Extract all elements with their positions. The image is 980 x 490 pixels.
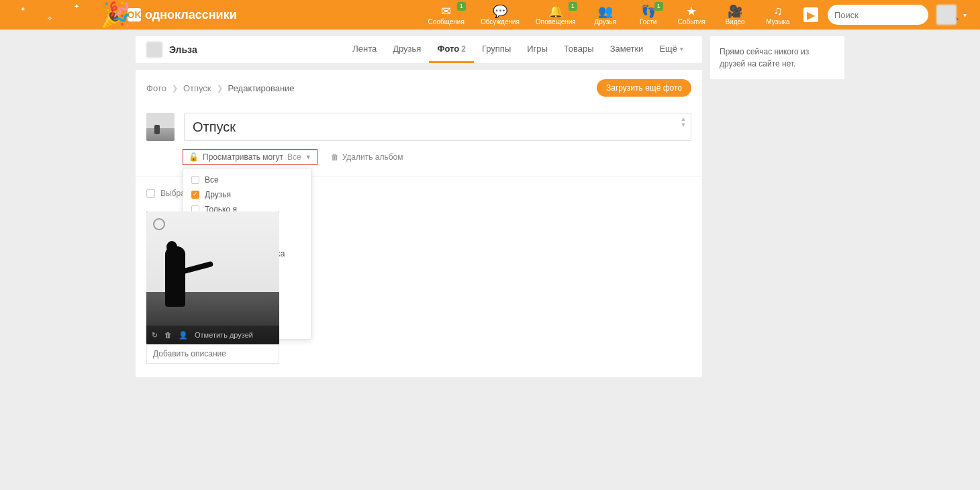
nav-events[interactable]: ★ События — [673, 2, 711, 28]
crumb-album[interactable]: Отпуск — [183, 83, 211, 93]
privacy-label: Просматривать могут — [203, 152, 283, 162]
breadcrumb: Фото ❯ Отпуск ❯ Редактирование Загрузить… — [136, 70, 702, 106]
chevron-right-icon: ❯ — [172, 84, 178, 93]
chevron-right-icon: ❯ — [217, 84, 223, 93]
privacy-row: 🔓 Просматривать могут Все ▼ 🗑 Удалить ал… — [183, 149, 571, 165]
star-icon: ★ — [686, 5, 697, 18]
album-edit-row: ▲▼ — [136, 106, 702, 141]
select-all-checkbox[interactable] — [146, 189, 155, 198]
brand-text: одноклассники — [145, 8, 237, 22]
photo-image[interactable]: ↻ 🗑 👤 Отметить друзей — [146, 211, 279, 344]
privacy-option-friends[interactable]: Друзья — [183, 187, 311, 202]
profile-tabs: Лента Друзья Фото2 Группы Игры Товары За… — [344, 36, 691, 63]
content-card: Фото ❯ Отпуск ❯ Редактирование Загрузить… — [136, 70, 702, 377]
crumb-edit: Редактирование — [228, 83, 295, 93]
ok-logo-icon: OK — [128, 8, 141, 21]
envelope-icon: ✉ — [441, 5, 451, 18]
logo[interactable]: OK одноклассники — [128, 8, 237, 22]
delete-photo-icon[interactable]: 🗑 — [164, 331, 172, 339]
nav-label: Музыка — [766, 18, 789, 26]
topbar: ✦ ✧ ✦ ✦ ✧ ✦ 🎉 OK одноклассники ✉ 1 Сообщ… — [0, 0, 980, 30]
search-box[interactable]: 🔍 — [828, 5, 928, 25]
upload-more-button[interactable]: Загрузить ещё фото — [597, 79, 691, 97]
nav-music[interactable]: ♫ Музыка — [759, 2, 797, 28]
photo-select-circle[interactable] — [153, 218, 165, 230]
nav-friends[interactable]: 👥 Друзья — [587, 2, 624, 28]
nav-label: Сообщения — [428, 18, 464, 26]
privacy-value: Все — [287, 152, 301, 162]
tab-photos[interactable]: Фото2 — [429, 36, 474, 63]
nav-notifications[interactable]: 🔔 1 Оповещения — [530, 2, 581, 28]
photo-card: ↻ 🗑 👤 Отметить друзей — [146, 211, 279, 364]
user-avatar[interactable] — [936, 5, 957, 25]
tag-friends-icon[interactable]: 👤 — [179, 331, 188, 340]
tab-goods[interactable]: Товары — [556, 36, 602, 63]
footprints-icon: 👣 — [641, 5, 656, 18]
nav-messages[interactable]: ✉ 1 Сообщения — [423, 2, 470, 28]
delete-album-label: Удалить альбом — [342, 152, 403, 162]
sidebar-text: Прямо сейчас никого из друзей на сайте н… — [720, 47, 809, 68]
play-icon: ▶ — [807, 9, 815, 21]
nav-guests[interactable]: 👣 1 Гости — [630, 2, 667, 28]
photo-toolbar: ↻ 🗑 👤 Отметить друзей — [146, 326, 279, 344]
search-input[interactable] — [834, 10, 947, 20]
nav-label: Обсуждения — [481, 18, 520, 26]
privacy-selector[interactable]: 🔓 Просматривать могут Все ▼ — [183, 149, 317, 165]
trash-icon: 🗑 — [331, 152, 339, 162]
tag-friends-label[interactable]: Отметить друзей — [195, 331, 253, 339]
nav-discussions[interactable]: 💬 Обсуждения — [475, 2, 525, 28]
nav-label: Оповещения — [536, 18, 576, 26]
tab-notes[interactable]: Заметки — [602, 36, 652, 63]
nav-label: Друзья — [595, 18, 616, 26]
tab-groups[interactable]: Группы — [474, 36, 519, 63]
caret-down-icon: ▼ — [305, 154, 311, 160]
nav-label: Видео — [725, 18, 744, 26]
lock-icon: 🔓 — [189, 152, 199, 162]
badge: 1 — [569, 2, 577, 11]
title-spinner[interactable]: ▲▼ — [679, 116, 688, 128]
tab-feed[interactable]: Лента — [344, 36, 385, 63]
nav-label: Гости — [640, 18, 656, 26]
badge: 1 — [654, 2, 663, 11]
privacy-option-all[interactable]: Все — [183, 173, 311, 187]
album-title-input[interactable] — [184, 113, 691, 141]
top-nav: ✉ 1 Сообщения 💬 Обсуждения 🔔 1 Оповещени… — [423, 2, 797, 28]
user-menu-caret-icon[interactable]: ▾ — [963, 11, 967, 19]
photo-description-input[interactable] — [146, 344, 279, 364]
tab-more[interactable]: Ещё — [651, 36, 691, 63]
crumb-photos[interactable]: Фото — [146, 83, 166, 93]
nav-video[interactable]: 🎥 Видео — [716, 2, 754, 28]
people-icon: 👥 — [598, 5, 613, 18]
badge: 1 — [457, 2, 466, 11]
camera-icon: 🎥 — [728, 5, 742, 18]
profile-bar: Эльза Лента Друзья Фото2 Группы Игры Тов… — [136, 36, 702, 63]
play-button[interactable]: ▶ — [803, 7, 818, 22]
tab-friends[interactable]: Друзья — [385, 36, 429, 63]
party-hat-icon: 🎉 — [101, 1, 131, 29]
album-thumbnail — [146, 113, 175, 141]
profile-name[interactable]: Эльза — [169, 44, 197, 55]
profile-avatar[interactable] — [146, 42, 162, 58]
sidebar-friends-online: Прямо сейчас никого из друзей на сайте н… — [710, 36, 844, 79]
delete-album-link[interactable]: 🗑 Удалить альбом — [331, 152, 403, 162]
chat-icon: 💬 — [493, 5, 507, 18]
tab-games[interactable]: Игры — [519, 36, 556, 63]
bell-icon: 🔔 — [548, 5, 563, 18]
rotate-icon[interactable]: ↻ — [152, 331, 158, 340]
nav-label: События — [678, 18, 705, 26]
music-icon: ♫ — [773, 5, 783, 18]
